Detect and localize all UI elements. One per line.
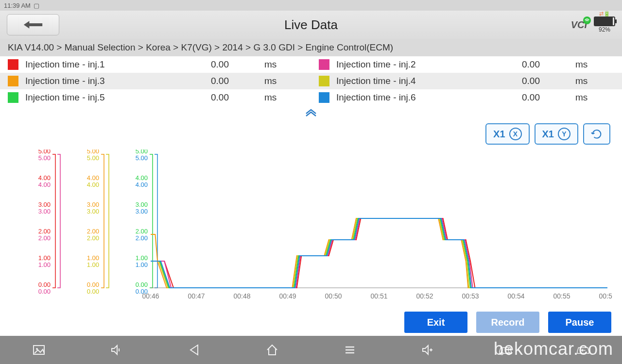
svg-text:1.00: 1.00 [38,261,51,268]
svg-text:4.00: 4.00 [87,181,99,188]
color-swatch [319,76,329,86]
param-row[interactable]: Injection time - inj.10.00ms [0,56,311,73]
svg-text:4.00: 4.00 [38,174,51,182]
svg-text:2.00: 2.00 [38,234,51,242]
svg-text:3.00: 3.00 [136,201,148,208]
svg-text:1.00: 1.00 [136,254,148,262]
svg-text:2.00: 2.00 [136,234,148,242]
svg-text:0.00: 0.00 [136,281,148,288]
color-swatch [319,59,329,70]
app-header: Live Data VCI ⇄🔋 92% [0,11,622,39]
color-swatch [8,59,18,70]
svg-text:1.00: 1.00 [87,254,99,262]
svg-text:3.00: 3.00 [87,201,99,208]
svg-text:0.00: 0.00 [38,288,51,295]
svg-text:1.00: 1.00 [38,254,51,262]
color-swatch [8,76,18,86]
nav-back-icon[interactable] [187,342,202,358]
param-row[interactable]: Injection time - inj.50.00ms [0,89,311,106]
zoom-toolbar: X1X X1Y [0,120,622,149]
svg-text:1.00: 1.00 [87,261,99,268]
svg-text:4.00: 4.00 [38,181,51,188]
chevron-up-icon [304,108,318,116]
svg-text:00:52: 00:52 [416,292,433,300]
param-row[interactable]: Injection time - inj.40.00ms [311,73,622,89]
vci-status: VCI [571,19,587,31]
svg-text:00:49: 00:49 [279,292,296,300]
svg-text:00:47: 00:47 [188,292,205,300]
live-data-grid: Injection time - inj.10.00ms Injection t… [0,56,622,106]
param-row[interactable]: Injection time - inj.30.00ms [0,73,311,89]
volume-down-icon[interactable] [109,342,124,358]
volume-up-icon[interactable] [420,342,435,358]
svg-text:0.00: 0.00 [38,281,51,288]
color-swatch [8,92,18,103]
action-bar: Exit Record Pause [0,305,622,337]
svg-text:5.00: 5.00 [38,154,51,162]
svg-text:00:50: 00:50 [325,292,342,300]
svg-text:2.00: 2.00 [87,228,99,235]
refresh-button[interactable] [583,123,610,145]
chart-canvas: 0.000.001.001.002.002.003.003.004.004.00… [5,149,612,305]
svg-text:00:46: 00:46 [142,292,159,300]
svg-text:4.00: 4.00 [136,174,148,182]
car-back-icon[interactable] [575,342,591,358]
svg-text:3.00: 3.00 [87,208,99,215]
svg-text:5.00: 5.00 [87,154,99,162]
x-axis-icon: X [509,128,522,140]
svg-text:2.00: 2.00 [136,228,148,235]
svg-text:00:48: 00:48 [233,292,250,300]
svg-text:0.00: 0.00 [87,288,99,295]
wifi-icon [583,17,591,24]
svg-text:00:56: 00:56 [599,292,612,300]
gallery-icon[interactable] [31,342,47,358]
svg-text:0.00: 0.00 [87,281,99,288]
zoom-y-button[interactable]: X1Y [535,123,578,145]
svg-text:00:55: 00:55 [553,292,570,300]
svg-text:3.00: 3.00 [136,208,148,215]
nav-recent-icon[interactable] [342,342,358,358]
live-chart[interactable]: 0.000.001.001.002.002.003.003.004.004.00… [0,149,622,305]
android-nav-bar [0,336,622,364]
zoom-x-button[interactable]: X1X [485,123,529,145]
y-axis-icon: Y [558,128,570,140]
svg-text:00:54: 00:54 [507,292,524,300]
svg-text:4.00: 4.00 [87,174,99,182]
nav-home-icon[interactable] [264,342,280,358]
svg-text:1.00: 1.00 [136,261,148,268]
param-row[interactable]: Injection time - inj.20.00ms [311,56,622,73]
collapse-toggle[interactable] [0,106,622,120]
param-row[interactable]: Injection time - inj.60.00ms [311,89,622,106]
breadcrumb: KIA V14.00 > Manual Selection > Korea > … [0,39,622,56]
back-button[interactable] [7,14,59,35]
android-status-bar: 11:39 AM ▢ [0,0,622,11]
svg-text:2.00: 2.00 [38,228,51,235]
svg-text:00:51: 00:51 [370,292,387,300]
page-title: Live Data [284,17,338,33]
status-time: 11:39 AM [4,2,31,9]
svg-text:5.00: 5.00 [136,154,148,162]
car-icon[interactable] [498,342,513,358]
svg-text:3.00: 3.00 [38,201,51,208]
color-swatch [319,92,329,103]
pause-button[interactable]: Pause [548,312,611,333]
svg-text:3.00: 3.00 [38,208,51,215]
svg-text:00:53: 00:53 [462,292,479,300]
screenshot-icon: ▢ [34,2,39,9]
svg-text:4.00: 4.00 [136,181,148,188]
record-button[interactable]: Record [476,312,539,333]
refresh-icon [591,128,603,140]
exit-button[interactable]: Exit [404,312,467,333]
battery-indicator: ⇄🔋 92% [594,17,615,33]
svg-text:2.00: 2.00 [87,234,99,242]
